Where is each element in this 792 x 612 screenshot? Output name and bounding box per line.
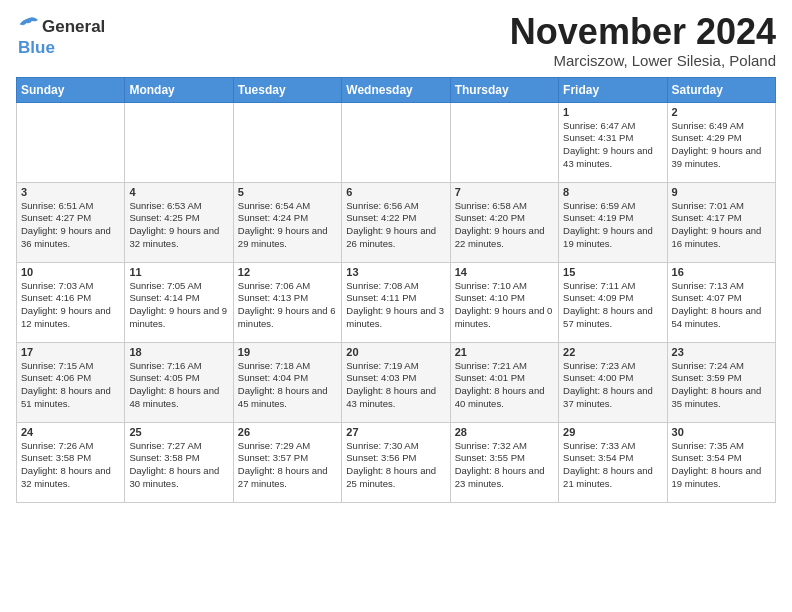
day-number: 24 [21,426,120,438]
cell-content: Sunrise: 7:33 AM Sunset: 3:54 PM Dayligh… [563,440,662,491]
cell-content: Sunrise: 7:32 AM Sunset: 3:55 PM Dayligh… [455,440,554,491]
day-number: 25 [129,426,228,438]
logo: General Blue [16,16,105,58]
calendar-cell: 4Sunrise: 6:53 AM Sunset: 4:25 PM Daylig… [125,182,233,262]
calendar-cell: 30Sunrise: 7:35 AM Sunset: 3:54 PM Dayli… [667,422,775,502]
day-number: 8 [563,186,662,198]
page-container: General Blue November 2024 Marciszow, Lo… [0,0,792,511]
col-thursday: Thursday [450,77,558,102]
cell-content: Sunrise: 7:30 AM Sunset: 3:56 PM Dayligh… [346,440,445,491]
cell-content: Sunrise: 7:13 AM Sunset: 4:07 PM Dayligh… [672,280,771,331]
cell-content: Sunrise: 6:58 AM Sunset: 4:20 PM Dayligh… [455,200,554,251]
calendar-cell: 18Sunrise: 7:16 AM Sunset: 4:05 PM Dayli… [125,342,233,422]
calendar-cell: 25Sunrise: 7:27 AM Sunset: 3:58 PM Dayli… [125,422,233,502]
day-number: 5 [238,186,337,198]
cell-content: Sunrise: 7:10 AM Sunset: 4:10 PM Dayligh… [455,280,554,331]
calendar-cell [125,102,233,182]
day-number: 11 [129,266,228,278]
cell-content: Sunrise: 6:49 AM Sunset: 4:29 PM Dayligh… [672,120,771,171]
day-number: 15 [563,266,662,278]
calendar-cell: 15Sunrise: 7:11 AM Sunset: 4:09 PM Dayli… [559,262,667,342]
cell-content: Sunrise: 7:18 AM Sunset: 4:04 PM Dayligh… [238,360,337,411]
col-saturday: Saturday [667,77,775,102]
calendar-cell: 11Sunrise: 7:05 AM Sunset: 4:14 PM Dayli… [125,262,233,342]
calendar-cell: 20Sunrise: 7:19 AM Sunset: 4:03 PM Dayli… [342,342,450,422]
calendar-cell: 9Sunrise: 7:01 AM Sunset: 4:17 PM Daylig… [667,182,775,262]
calendar-cell: 24Sunrise: 7:26 AM Sunset: 3:58 PM Dayli… [17,422,125,502]
calendar-cell: 21Sunrise: 7:21 AM Sunset: 4:01 PM Dayli… [450,342,558,422]
calendar-week-row: 10Sunrise: 7:03 AM Sunset: 4:16 PM Dayli… [17,262,776,342]
month-title: November 2024 [510,12,776,52]
cell-content: Sunrise: 7:27 AM Sunset: 3:58 PM Dayligh… [129,440,228,491]
cell-content: Sunrise: 7:26 AM Sunset: 3:58 PM Dayligh… [21,440,120,491]
calendar-cell: 27Sunrise: 7:30 AM Sunset: 3:56 PM Dayli… [342,422,450,502]
cell-content: Sunrise: 6:56 AM Sunset: 4:22 PM Dayligh… [346,200,445,251]
cell-content: Sunrise: 7:19 AM Sunset: 4:03 PM Dayligh… [346,360,445,411]
cell-content: Sunrise: 7:29 AM Sunset: 3:57 PM Dayligh… [238,440,337,491]
calendar-cell: 17Sunrise: 7:15 AM Sunset: 4:06 PM Dayli… [17,342,125,422]
calendar-header-row: Sunday Monday Tuesday Wednesday Thursday… [17,77,776,102]
calendar-cell [17,102,125,182]
logo-bird-icon [16,16,42,38]
cell-content: Sunrise: 7:06 AM Sunset: 4:13 PM Dayligh… [238,280,337,331]
day-number: 29 [563,426,662,438]
calendar-cell: 12Sunrise: 7:06 AM Sunset: 4:13 PM Dayli… [233,262,341,342]
calendar-cell [233,102,341,182]
cell-content: Sunrise: 7:01 AM Sunset: 4:17 PM Dayligh… [672,200,771,251]
cell-content: Sunrise: 7:35 AM Sunset: 3:54 PM Dayligh… [672,440,771,491]
calendar-cell: 16Sunrise: 7:13 AM Sunset: 4:07 PM Dayli… [667,262,775,342]
cell-content: Sunrise: 6:47 AM Sunset: 4:31 PM Dayligh… [563,120,662,171]
day-number: 21 [455,346,554,358]
calendar-cell: 2Sunrise: 6:49 AM Sunset: 4:29 PM Daylig… [667,102,775,182]
col-friday: Friday [559,77,667,102]
calendar-week-row: 24Sunrise: 7:26 AM Sunset: 3:58 PM Dayli… [17,422,776,502]
day-number: 18 [129,346,228,358]
col-monday: Monday [125,77,233,102]
cell-content: Sunrise: 7:21 AM Sunset: 4:01 PM Dayligh… [455,360,554,411]
calendar-table: Sunday Monday Tuesday Wednesday Thursday… [16,77,776,503]
day-number: 14 [455,266,554,278]
calendar-cell: 3Sunrise: 6:51 AM Sunset: 4:27 PM Daylig… [17,182,125,262]
calendar-week-row: 3Sunrise: 6:51 AM Sunset: 4:27 PM Daylig… [17,182,776,262]
col-sunday: Sunday [17,77,125,102]
day-number: 27 [346,426,445,438]
cell-content: Sunrise: 7:23 AM Sunset: 4:00 PM Dayligh… [563,360,662,411]
day-number: 16 [672,266,771,278]
day-number: 2 [672,106,771,118]
calendar-cell [342,102,450,182]
day-number: 17 [21,346,120,358]
cell-content: Sunrise: 6:54 AM Sunset: 4:24 PM Dayligh… [238,200,337,251]
cell-content: Sunrise: 7:03 AM Sunset: 4:16 PM Dayligh… [21,280,120,331]
cell-content: Sunrise: 6:59 AM Sunset: 4:19 PM Dayligh… [563,200,662,251]
calendar-cell: 14Sunrise: 7:10 AM Sunset: 4:10 PM Dayli… [450,262,558,342]
logo-blue: Blue [18,38,55,58]
day-number: 9 [672,186,771,198]
day-number: 23 [672,346,771,358]
day-number: 13 [346,266,445,278]
cell-content: Sunrise: 7:08 AM Sunset: 4:11 PM Dayligh… [346,280,445,331]
day-number: 6 [346,186,445,198]
cell-content: Sunrise: 7:24 AM Sunset: 3:59 PM Dayligh… [672,360,771,411]
calendar-cell: 26Sunrise: 7:29 AM Sunset: 3:57 PM Dayli… [233,422,341,502]
cell-content: Sunrise: 6:51 AM Sunset: 4:27 PM Dayligh… [21,200,120,251]
day-number: 12 [238,266,337,278]
calendar-cell: 28Sunrise: 7:32 AM Sunset: 3:55 PM Dayli… [450,422,558,502]
cell-content: Sunrise: 7:05 AM Sunset: 4:14 PM Dayligh… [129,280,228,331]
day-number: 4 [129,186,228,198]
day-number: 30 [672,426,771,438]
calendar-cell [450,102,558,182]
day-number: 26 [238,426,337,438]
day-number: 7 [455,186,554,198]
day-number: 22 [563,346,662,358]
calendar-week-row: 1Sunrise: 6:47 AM Sunset: 4:31 PM Daylig… [17,102,776,182]
calendar-cell: 5Sunrise: 6:54 AM Sunset: 4:24 PM Daylig… [233,182,341,262]
title-block: November 2024 Marciszow, Lower Silesia, … [510,12,776,69]
day-number: 3 [21,186,120,198]
cell-content: Sunrise: 7:16 AM Sunset: 4:05 PM Dayligh… [129,360,228,411]
calendar-cell: 29Sunrise: 7:33 AM Sunset: 3:54 PM Dayli… [559,422,667,502]
calendar-cell: 22Sunrise: 7:23 AM Sunset: 4:00 PM Dayli… [559,342,667,422]
calendar-cell: 10Sunrise: 7:03 AM Sunset: 4:16 PM Dayli… [17,262,125,342]
header: General Blue November 2024 Marciszow, Lo… [16,12,776,69]
cell-content: Sunrise: 6:53 AM Sunset: 4:25 PM Dayligh… [129,200,228,251]
day-number: 10 [21,266,120,278]
